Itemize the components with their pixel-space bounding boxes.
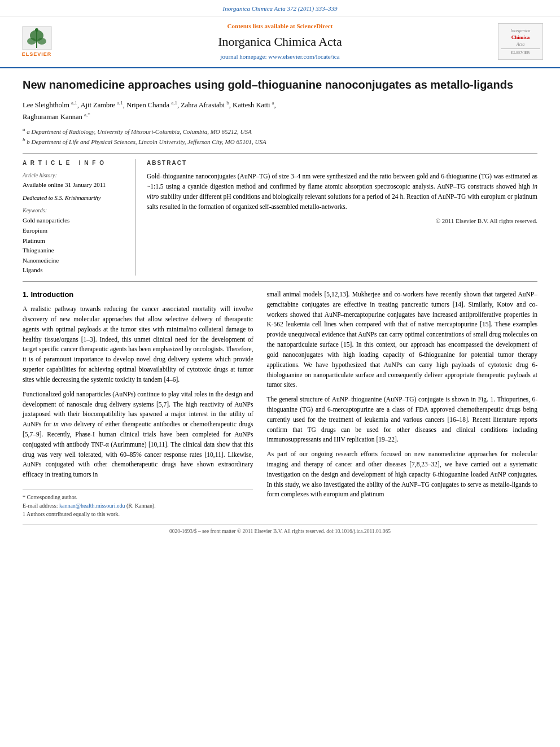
affiliations: a a Department of Radiology, University … bbox=[23, 126, 537, 146]
available-online: Available online 31 January 2011 bbox=[23, 181, 127, 189]
right-paragraph-2: The general structure of AuNP–thioguanin… bbox=[266, 395, 537, 445]
keyword-1: Gold nanoparticles bbox=[23, 216, 127, 226]
affiliation-a: a Department of Radiology, University of… bbox=[27, 128, 251, 135]
email-address[interactable]: kannan@health.missouri.edu bbox=[59, 503, 125, 509]
abstract-text: Gold–thioguanine nanoconjugates (AuNP–TG… bbox=[147, 172, 537, 212]
left-column: 1. Introduction A realistic pathway towa… bbox=[23, 290, 253, 518]
abstract-section: Abstract Gold–thioguanine nanoconjugates… bbox=[147, 159, 537, 276]
journal-reference: Inorganica Chimica Acta 372 (2011) 333–3… bbox=[223, 5, 338, 12]
article-info-heading: A R T I C L E I N F O bbox=[23, 159, 127, 167]
keyword-3: Platinum bbox=[23, 236, 127, 246]
right-paragraph-3: As part of our ongoing research efforts … bbox=[266, 449, 537, 500]
article-title: New nanomedicine approaches using gold–t… bbox=[23, 77, 537, 92]
email-line: E-mail address: kannan@health.missouri.e… bbox=[23, 501, 253, 510]
article-info-abstract-section: A R T I C L E I N F O Article history: A… bbox=[23, 153, 537, 282]
svg-point-3 bbox=[27, 38, 36, 45]
sciencedirect-link-text[interactable]: ScienceDirect bbox=[296, 23, 333, 29]
journal-center-info: Contents lists available at ScienceDirec… bbox=[68, 22, 492, 62]
elsevier-label: ELSEVIER bbox=[22, 51, 52, 58]
ica-logo-container: Inorganica Chimica Acta ELSEVIER bbox=[498, 23, 549, 60]
email-person: (R. Kannan). bbox=[126, 503, 156, 509]
dedicated-to: Dedicated to S.S. Krishnamurthy bbox=[23, 194, 127, 203]
email-label: E-mail address: bbox=[23, 503, 59, 509]
history-label: Article history: bbox=[23, 172, 127, 180]
homepage-url[interactable]: www.elsevier.com/locate/ica bbox=[268, 53, 339, 60]
bottom-text: 0020-1693/$ – see front matter © 2011 El… bbox=[169, 528, 391, 534]
keyword-5: Nanomedicine bbox=[23, 256, 127, 266]
footnotes: * Corresponding author. E-mail address: … bbox=[23, 489, 253, 518]
keyword-2: Europium bbox=[23, 226, 127, 236]
article-body: New nanomedicine approaches using gold–t… bbox=[0, 68, 560, 545]
bottom-bar: 0020-1693/$ – see front matter © 2011 El… bbox=[23, 524, 537, 535]
keywords-list: Gold nanoparticles Europium Platinum Thi… bbox=[23, 216, 127, 276]
right-paragraph-1: small animal models [5,12,13]. Mukherjee… bbox=[266, 290, 537, 390]
elsevier-logo: ELSEVIER bbox=[11, 25, 62, 58]
ica-logo: Inorganica Chimica Acta ELSEVIER bbox=[498, 23, 543, 60]
journal-header: ELSEVIER Contents lists available at Sci… bbox=[0, 16, 560, 68]
journal-homepage: journal homepage: www.elsevier.com/locat… bbox=[68, 53, 492, 61]
keywords-label: Keywords: bbox=[23, 207, 127, 215]
intro-paragraph-1: A realistic pathway towards reducing the… bbox=[23, 304, 253, 385]
introduction-heading: 1. Introduction bbox=[23, 290, 253, 300]
keyword-6: Ligands bbox=[23, 265, 127, 276]
page: Inorganica Chimica Acta 372 (2011) 333–3… bbox=[0, 0, 560, 747]
journal-title: Inorganica Chimica Acta bbox=[68, 33, 492, 51]
right-column: small animal models [5,12,13]. Mukherjee… bbox=[266, 290, 537, 518]
corresponding-author: * Corresponding author. bbox=[23, 493, 253, 501]
elsevier-tree-icon bbox=[21, 25, 53, 51]
affiliation-b: b Department of Life and Physical Scienc… bbox=[27, 138, 266, 145]
intro-paragraph-2: Functionalized gold nanoparticles (AuNPs… bbox=[23, 390, 253, 480]
main-content: 1. Introduction A realistic pathway towa… bbox=[23, 290, 537, 518]
article-info: A R T I C L E I N F O Article history: A… bbox=[23, 159, 135, 276]
authors: Lee Sleightholm a,1, Ajit Zambre a,1, Nr… bbox=[23, 99, 537, 123]
homepage-label: journal homepage: bbox=[220, 53, 268, 60]
abstract-heading: Abstract bbox=[147, 159, 537, 167]
svg-point-4 bbox=[37, 38, 46, 45]
sciencedirect-info: Contents lists available at ScienceDirec… bbox=[68, 22, 492, 30]
copyright: © 2011 Elsevier B.V. All rights reserved… bbox=[147, 217, 537, 225]
top-bar: Inorganica Chimica Acta 372 (2011) 333–3… bbox=[0, 0, 560, 16]
keyword-4: Thioguanine bbox=[23, 246, 127, 256]
authors-note: 1 Authors contributed equally to this wo… bbox=[23, 510, 253, 518]
sciencedirect-label: Contents lists available at bbox=[228, 23, 297, 29]
svg-point-5 bbox=[35, 28, 38, 32]
